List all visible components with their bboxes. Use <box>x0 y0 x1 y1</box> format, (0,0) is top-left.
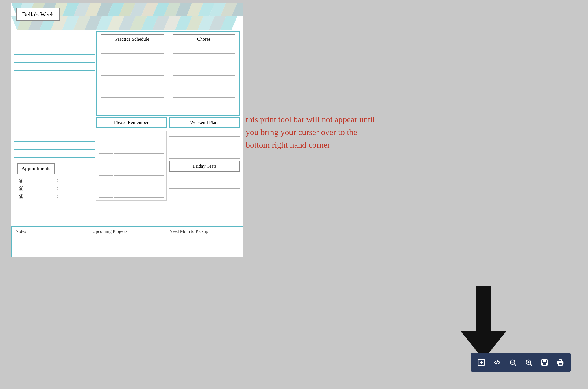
remember-row <box>99 184 164 190</box>
content-line <box>173 68 236 76</box>
content-line <box>101 90 164 98</box>
content-line <box>173 46 236 54</box>
content-line <box>101 54 164 61</box>
print-toolbar[interactable] <box>471 353 571 372</box>
colon: : <box>56 193 59 199</box>
rule-line <box>14 102 95 110</box>
rule-line <box>14 94 95 102</box>
friday-tests-label: Friday Tests <box>169 161 240 172</box>
at-symbol: @ <box>17 177 25 183</box>
check-line <box>99 184 113 190</box>
check-line <box>114 155 164 161</box>
check-line <box>99 133 113 139</box>
rule-line <box>14 39 95 47</box>
practice-column: Practice Schedule <box>97 32 168 115</box>
practice-lines <box>101 46 164 98</box>
check-line <box>99 169 113 176</box>
remember-lines-box <box>96 131 167 201</box>
at-symbol: @ <box>17 193 25 199</box>
friday-line <box>169 196 240 203</box>
save-button[interactable] <box>537 355 552 370</box>
content-line <box>101 61 164 68</box>
print-button[interactable] <box>553 355 568 370</box>
rule-line <box>14 47 95 55</box>
colon: : <box>56 177 59 183</box>
middle-section: Please Remember <box>96 117 240 203</box>
appt-detail-line <box>60 194 89 199</box>
check-line <box>99 162 113 168</box>
code-button[interactable] <box>490 355 504 370</box>
content-line <box>173 90 236 98</box>
check-line <box>114 162 164 168</box>
weekend-line <box>169 129 240 137</box>
rule-line <box>14 63 95 71</box>
check-line <box>114 140 164 146</box>
check-line <box>114 169 164 176</box>
weekend-friday-section: Weekend Plans Friday Tests <box>169 117 240 203</box>
zoom-in-button[interactable] <box>521 355 536 370</box>
remember-row <box>99 147 164 154</box>
zoom-out-button[interactable] <box>506 355 520 370</box>
notes-section: Notes <box>11 226 89 257</box>
content-line <box>173 54 236 61</box>
rule-line <box>14 55 95 63</box>
remember-row <box>99 169 164 176</box>
appointments-label: Appointments <box>17 163 55 174</box>
chores-lines <box>173 46 236 98</box>
chevron-header: Bella's Week <box>11 3 243 30</box>
content-line <box>173 83 236 90</box>
remember-row <box>99 162 164 168</box>
svg-rect-41 <box>476 286 491 331</box>
weekend-line <box>169 151 240 159</box>
svg-rect-55 <box>543 360 546 362</box>
check-line <box>114 177 164 183</box>
at-symbol: @ <box>17 185 25 191</box>
remember-row <box>99 140 164 146</box>
svg-line-46 <box>496 360 498 364</box>
bottom-bar: Notes Upcoming Projects Need Mom to Pick… <box>11 226 243 257</box>
check-line <box>99 140 113 146</box>
practice-schedule-label: Practice Schedule <box>101 34 164 44</box>
need-mom-label: Need Mom to Pickup <box>169 229 208 234</box>
svg-point-60 <box>562 362 563 363</box>
colon: : <box>56 185 59 191</box>
content-line <box>173 76 236 83</box>
document-area: Bella's Week Appointments @ <box>11 3 243 257</box>
content-line <box>101 83 164 90</box>
info-text: this print tool bar will not appear unti… <box>246 113 381 151</box>
appointment-row: @ : <box>17 185 90 191</box>
svg-line-53 <box>530 364 532 366</box>
check-line <box>114 191 164 198</box>
check-line <box>114 147 164 154</box>
chores-label: Chores <box>173 34 236 44</box>
weekend-line <box>169 144 240 151</box>
appt-time-line <box>27 177 55 183</box>
friday-lines <box>169 174 240 203</box>
practice-chores-section: Practice Schedule Chores <box>96 31 240 116</box>
rule-line <box>14 86 95 94</box>
weekend-lines <box>169 129 240 159</box>
notes-label: Notes <box>16 229 26 234</box>
please-remember-section: Please Remember <box>96 117 167 203</box>
remember-row <box>99 155 164 161</box>
appt-detail-line <box>60 177 89 183</box>
rule-line <box>14 142 95 150</box>
content-line <box>101 68 164 76</box>
content-line <box>173 61 236 68</box>
rule-line <box>14 118 95 126</box>
check-line <box>99 147 113 154</box>
friday-line <box>169 181 240 189</box>
appointment-row: @ : <box>17 193 90 199</box>
check-line <box>114 184 164 190</box>
appt-time-line <box>27 194 55 199</box>
left-column: Appointments @ : @ : @ : <box>14 31 95 223</box>
remember-row <box>99 177 164 183</box>
rule-line <box>14 31 95 39</box>
remember-row <box>99 191 164 198</box>
svg-rect-56 <box>542 363 547 365</box>
expand-button[interactable] <box>474 355 489 370</box>
down-arrow <box>461 286 506 361</box>
rule-line <box>14 78 95 86</box>
weekend-line <box>169 137 240 144</box>
check-line <box>114 133 164 139</box>
